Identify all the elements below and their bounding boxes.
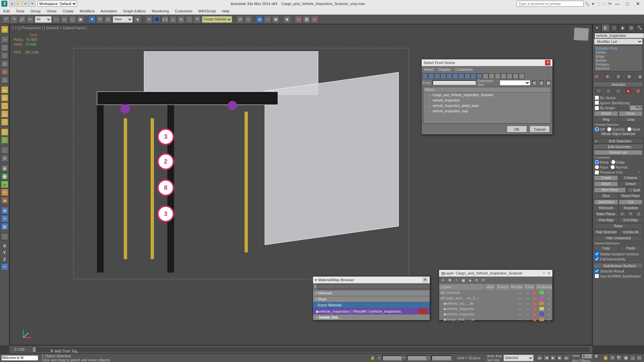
layer-high-icon[interactable]: ◈ xyxy=(467,278,473,283)
sfs-f14[interactable] xyxy=(501,73,506,79)
selection-filter-select[interactable]: All xyxy=(35,16,52,23)
sfs-f12[interactable] xyxy=(489,73,494,79)
mmb-maps-section[interactable]: + Maps xyxy=(313,296,430,302)
motion-tab-icon[interactable]: ◉ xyxy=(619,24,627,32)
sphere-icon[interactable]: ◯ xyxy=(1,44,8,51)
smooth-result-check[interactable] xyxy=(595,269,599,273)
unique-icon[interactable]: ∀ xyxy=(616,74,621,79)
mmb-material-item[interactable]: ◉ vehicle_inspection ( VRayMtl ) [vehicl… xyxy=(313,308,430,314)
menu-views[interactable]: Views xyxy=(47,9,56,13)
sfs-item[interactable]: vehicle_inspection_detail_base xyxy=(423,103,551,109)
editgeo-rollout[interactable]: -Edit Geometry xyxy=(593,144,643,149)
remove-mod-icon[interactable]: ✖ xyxy=(627,74,632,79)
split-check[interactable]: ☐ Split xyxy=(627,187,643,193)
sfs-f17[interactable] xyxy=(519,73,525,79)
select-name-icon[interactable]: ▭ xyxy=(61,16,68,23)
bone-icon[interactable]: ⬤ xyxy=(1,173,8,180)
keymode-select[interactable]: Selected xyxy=(503,355,534,361)
sfs-ok-button[interactable]: OK xyxy=(507,126,527,132)
max-viewport-icon[interactable]: ▭ xyxy=(636,355,642,361)
teapot-icon[interactable]: 🫖 xyxy=(1,68,8,75)
sfs-find-input[interactable] xyxy=(432,80,476,85)
cut-button[interactable]: Cut xyxy=(619,199,643,205)
rendered-frame-icon[interactable]: 🖼 xyxy=(303,16,310,23)
sfs-menu-select[interactable]: Select xyxy=(424,67,434,71)
next-frame-icon[interactable]: ▶ xyxy=(557,355,563,361)
qat-new-icon[interactable]: 🗋 xyxy=(9,1,15,7)
sfs-item[interactable]: Cargo_and_Vehicle_Inspection_Scanner xyxy=(423,93,551,98)
time-slider[interactable]: 0 / 100 01020 304050 607080 90100110 120 xyxy=(9,345,592,353)
qat-undo-icon[interactable]: ↶ xyxy=(22,1,29,7)
x-coord-input[interactable] xyxy=(382,355,402,361)
sfs-close-icon[interactable]: ✕ xyxy=(545,60,550,65)
mmb-scenemat-section[interactable]: - Scene Materials xyxy=(313,302,430,308)
mmb-search-input[interactable] xyxy=(318,284,428,289)
redo-icon[interactable]: ↷ xyxy=(10,16,18,23)
minimize-button[interactable]: — xyxy=(612,1,622,6)
qat-open-icon[interactable]: 📂 xyxy=(16,1,22,7)
tessellate-button[interactable]: Tessellate xyxy=(619,205,643,211)
curve-editor-icon[interactable]: 〰 xyxy=(264,16,271,23)
mmb-sampleslots-section[interactable]: + Sample Slots xyxy=(313,314,430,320)
layer-new-icon[interactable]: ✦ xyxy=(440,278,446,283)
layer-add-icon[interactable]: + xyxy=(454,278,459,283)
select-rect-icon[interactable]: ▢ xyxy=(69,16,76,23)
menu-customize[interactable]: Customize xyxy=(175,9,193,13)
softsel-rollout[interactable]: +Soft Selection xyxy=(593,138,643,144)
light-icon[interactable]: ◉ xyxy=(1,26,8,33)
fov-icon[interactable]: ◿ xyxy=(630,355,636,361)
move-icon[interactable]: ✥ xyxy=(88,16,96,23)
maximize-button[interactable]: □ xyxy=(623,1,632,6)
planar-x-button[interactable]: X xyxy=(619,212,626,217)
cone-icon[interactable]: △ xyxy=(1,76,8,83)
selection-rollout[interactable]: Selection xyxy=(593,81,643,87)
shrink-button[interactable]: Shrink xyxy=(594,111,618,116)
menu-help[interactable]: Help xyxy=(222,9,230,13)
schematic-icon[interactable]: ▦ xyxy=(272,16,279,23)
preview-subobj-radio[interactable] xyxy=(607,127,611,131)
hidesel-button[interactable]: Hide Selected xyxy=(594,230,618,235)
sfs-f13[interactable] xyxy=(495,73,500,79)
layer-list[interactable]: ⊞ 0 (default)——🫖☼ ⊟ Cargo_and_...on_S ✓—… xyxy=(439,290,552,320)
mirror-icon[interactable]: ⇄ xyxy=(236,16,244,23)
keymode-icon[interactable]: ⬛ xyxy=(153,16,161,23)
sfs-selset-select[interactable] xyxy=(500,80,530,85)
create-button[interactable]: Create xyxy=(594,175,618,181)
zoom-icon[interactable]: 🔍 xyxy=(616,355,622,361)
omni-icon[interactable]: ☀ xyxy=(1,128,8,136)
by-angle-check[interactable] xyxy=(595,106,599,110)
app-logo[interactable]: 3 xyxy=(1,1,7,7)
sfs-f3[interactable] xyxy=(434,73,440,79)
constraint-edge-radio[interactable] xyxy=(611,160,615,164)
edge-icon[interactable]: ╱ xyxy=(606,88,611,94)
menu-maxscript[interactable]: MAXScript xyxy=(199,9,216,13)
border-icon[interactable]: ▭ xyxy=(616,88,621,94)
angle-snap-icon[interactable]: △ xyxy=(169,16,177,23)
planar-z-button[interactable]: Z xyxy=(635,212,643,217)
sfs-tb-c[interactable]: ▦ xyxy=(546,80,551,85)
poly-icon[interactable]: ■ xyxy=(626,88,631,94)
particles-icon[interactable]: ◉ xyxy=(1,207,8,214)
target-icon[interactable]: ⊕ xyxy=(1,155,8,162)
sfs-f9[interactable] xyxy=(471,73,476,79)
layer-close-icon[interactable]: ✕ xyxy=(547,271,550,276)
object-name-input[interactable] xyxy=(594,33,644,39)
relax-button[interactable]: Relax xyxy=(594,224,643,229)
layer-ref-icon[interactable]: ⟳ xyxy=(481,278,486,283)
menu-create[interactable]: Create xyxy=(62,9,73,13)
sfs-menu-customize[interactable]: Customize xyxy=(455,67,473,71)
space-warp-icon[interactable]: ≋ xyxy=(1,215,8,222)
del-isolated-check[interactable] xyxy=(595,252,599,256)
attach-button[interactable]: Attach xyxy=(594,181,618,187)
preview-multi-radio[interactable] xyxy=(627,127,632,131)
time-track[interactable]: 01020 304050 607080 90100110 120 xyxy=(32,347,590,352)
box-icon[interactable]: ▭ xyxy=(1,36,8,43)
repeat-last-button[interactable]: Repeat Last xyxy=(594,150,643,155)
goto-start-icon[interactable]: ⏮ xyxy=(537,355,543,361)
sfs-menu-display[interactable]: Display xyxy=(439,67,451,71)
close-button[interactable]: ✕ xyxy=(633,1,643,6)
viewport-label[interactable]: [ + ] [ Perspective ] [ Shaded + Edged F… xyxy=(12,26,87,30)
by-vertex-check[interactable] xyxy=(595,96,599,100)
autokey-button[interactable]: Auto Key xyxy=(487,354,502,358)
ns-edit-icon[interactable]: ✎ xyxy=(194,16,201,23)
